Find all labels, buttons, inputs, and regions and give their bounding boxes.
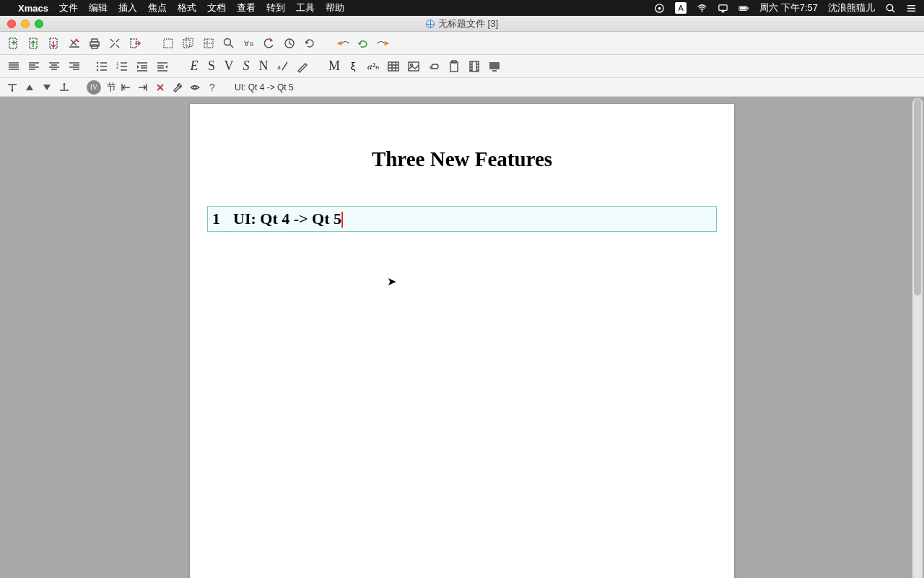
eye-icon[interactable] bbox=[187, 80, 203, 95]
svg-point-30 bbox=[97, 69, 98, 70]
goto-next-button[interactable] bbox=[135, 80, 151, 95]
svg-text:∀: ∀ bbox=[244, 40, 249, 48]
find-button[interactable] bbox=[219, 34, 238, 53]
indent-right-button[interactable] bbox=[133, 57, 152, 76]
section-text[interactable]: UI: Qt 4 -> Qt 5 bbox=[233, 210, 343, 228]
highlight-button[interactable] bbox=[293, 57, 312, 76]
equation-button[interactable]: 𝑎²ₙ bbox=[364, 57, 383, 76]
back-button[interactable] bbox=[334, 34, 352, 53]
breadcrumb-text: UI: Qt 4 -> Qt 5 bbox=[235, 82, 294, 92]
chapter-badge[interactable]: IV bbox=[87, 80, 101, 95]
strong-button[interactable]: S bbox=[204, 57, 219, 76]
reload-button[interactable] bbox=[300, 34, 319, 53]
menu-file[interactable]: 文件 bbox=[59, 1, 78, 14]
delete-icon[interactable] bbox=[152, 80, 168, 95]
airplay-icon[interactable] bbox=[718, 3, 728, 14]
svg-text:B: B bbox=[250, 41, 253, 48]
svg-rect-6 bbox=[740, 7, 746, 9]
refresh-nav-button[interactable] bbox=[354, 34, 372, 53]
name-button[interactable]: N bbox=[256, 57, 271, 76]
obs-icon[interactable] bbox=[654, 3, 665, 14]
collapse-icon[interactable] bbox=[4, 80, 20, 95]
math-button[interactable]: M bbox=[326, 57, 342, 76]
up-triangle-icon[interactable] bbox=[22, 80, 38, 95]
menu-goto[interactable]: 转到 bbox=[266, 1, 285, 14]
menu-focus[interactable]: 焦点 bbox=[148, 1, 167, 14]
app-menu[interactable]: Xmacs bbox=[18, 3, 48, 14]
new-file-button[interactable] bbox=[4, 34, 23, 53]
list-number-button[interactable]: 12 bbox=[113, 57, 131, 76]
menu-help[interactable]: 帮助 bbox=[326, 1, 344, 14]
indent-left-button[interactable] bbox=[153, 57, 172, 76]
image-button[interactable] bbox=[404, 57, 423, 76]
scrollbar-thumb[interactable] bbox=[914, 99, 921, 296]
svg-point-1 bbox=[658, 7, 661, 9]
document-title[interactable]: Three New Features bbox=[207, 147, 717, 171]
paste-button[interactable] bbox=[199, 34, 218, 53]
window-zoom-button[interactable] bbox=[35, 20, 43, 28]
svg-text:a: a bbox=[277, 62, 281, 71]
list-bullet-button[interactable] bbox=[92, 57, 111, 76]
clear-format-button[interactable]: a bbox=[273, 57, 292, 76]
cut-button[interactable] bbox=[159, 34, 178, 53]
svg-rect-37 bbox=[450, 62, 458, 72]
open-file-button[interactable] bbox=[25, 34, 43, 53]
section-heading[interactable]: 1 UI: Qt 4 -> Qt 5 bbox=[207, 206, 717, 232]
build-button[interactable] bbox=[65, 34, 84, 53]
forward-button[interactable] bbox=[374, 34, 393, 53]
undo-button[interactable] bbox=[260, 34, 279, 53]
link-button[interactable] bbox=[424, 57, 443, 76]
align-right-button[interactable] bbox=[65, 57, 84, 76]
menu-format[interactable]: 格式 bbox=[178, 1, 196, 14]
document-page[interactable]: Three New Features 1 UI: Qt 4 -> Qt 5 bbox=[190, 104, 734, 578]
document-viewport[interactable]: Three New Features 1 UI: Qt 4 -> Qt 5 ➤ bbox=[0, 97, 924, 578]
macos-menubar: Xmacs 文件 编辑 插入 焦点 格式 文档 查看 转到 工具 帮助 A 周六… bbox=[0, 0, 924, 16]
help-icon[interactable]: ? bbox=[204, 80, 220, 95]
expand-icon[interactable] bbox=[56, 80, 72, 95]
wrench-icon[interactable] bbox=[170, 80, 186, 95]
align-left-button[interactable] bbox=[25, 57, 43, 76]
vertical-scrollbar[interactable] bbox=[912, 98, 923, 578]
svg-rect-16 bbox=[92, 39, 97, 42]
monitor-button[interactable] bbox=[485, 57, 504, 76]
svg-point-36 bbox=[411, 64, 413, 66]
align-center-button[interactable] bbox=[45, 57, 64, 76]
table-button[interactable] bbox=[384, 57, 403, 76]
verbatim-button[interactable]: V bbox=[221, 57, 237, 76]
menu-tools[interactable]: 工具 bbox=[296, 1, 315, 14]
down-triangle-icon[interactable] bbox=[39, 80, 55, 95]
svg-rect-3 bbox=[719, 4, 727, 10]
input-method-icon[interactable]: A bbox=[675, 2, 687, 14]
window-minimize-button[interactable] bbox=[21, 20, 30, 28]
goto-prev-button[interactable] bbox=[118, 80, 134, 95]
save-file-button[interactable] bbox=[45, 34, 64, 53]
preferences-button[interactable] bbox=[105, 34, 124, 53]
spotlight-icon[interactable] bbox=[885, 3, 896, 14]
toolbar-main: ∀B bbox=[0, 32, 924, 55]
emphasis-button[interactable]: E bbox=[186, 57, 202, 76]
exit-button[interactable] bbox=[126, 34, 144, 53]
menu-view[interactable]: 查看 bbox=[237, 1, 256, 14]
window-close-button[interactable] bbox=[7, 20, 16, 28]
copy-button[interactable] bbox=[179, 34, 198, 53]
menu-icon[interactable] bbox=[906, 3, 917, 14]
align-justify-button[interactable] bbox=[4, 57, 23, 76]
menu-document[interactable]: 文档 bbox=[207, 1, 226, 14]
film-button[interactable] bbox=[465, 57, 484, 76]
window-titlebar: 无标题文件 [3] bbox=[0, 16, 924, 32]
wifi-icon[interactable] bbox=[697, 3, 707, 14]
symbol-button[interactable]: ξ bbox=[344, 57, 362, 76]
svg-point-23 bbox=[225, 38, 231, 45]
menu-edit[interactable]: 编辑 bbox=[89, 1, 108, 14]
replace-button[interactable]: ∀B bbox=[240, 34, 258, 53]
svg-rect-40 bbox=[489, 62, 500, 69]
clock[interactable]: 周六 下午7:57 bbox=[759, 1, 818, 14]
battery-icon[interactable] bbox=[738, 3, 749, 14]
redo-button[interactable] bbox=[280, 34, 299, 53]
sample-button[interactable]: S bbox=[238, 57, 254, 76]
svg-rect-41 bbox=[492, 70, 497, 72]
clipboard-button[interactable] bbox=[445, 57, 463, 76]
print-button[interactable] bbox=[85, 34, 104, 53]
menu-insert[interactable]: 插入 bbox=[118, 1, 137, 14]
user-name[interactable]: 沈浪熊猫儿 bbox=[828, 1, 875, 14]
